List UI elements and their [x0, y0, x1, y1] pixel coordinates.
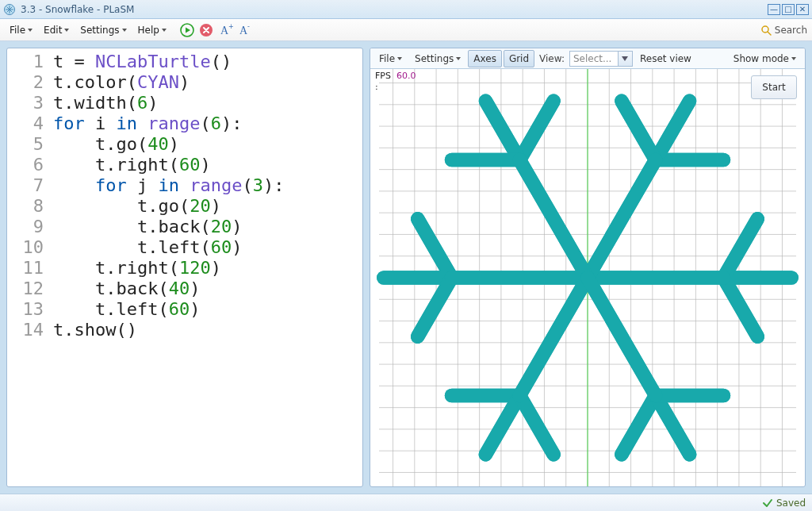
caret-down-icon — [122, 29, 127, 32]
svg-line-72 — [519, 160, 588, 278]
window-titlebar: 3.3 - Snowflake - PLaSM — □ ✕ — [0, 0, 812, 19]
svg-line-67 — [519, 101, 553, 159]
toggle-axes-label: Axes — [473, 53, 496, 64]
window-minimize-button[interactable]: — — [768, 4, 780, 15]
svg-line-8 — [768, 32, 771, 35]
window-close-button[interactable]: ✕ — [796, 4, 809, 15]
code-line[interactable]: t.color(CYAN) — [53, 72, 284, 93]
code-line[interactable]: t.right(120) — [53, 258, 284, 279]
fps-value: 60.0 — [396, 71, 416, 81]
code-line[interactable]: t.left(60) — [53, 237, 284, 258]
code-editor[interactable]: 1234567891011121314 t = NCLabTurtle()t.c… — [7, 48, 362, 344]
search-icon — [760, 25, 772, 36]
chevron-down-icon — [618, 52, 632, 66]
svg-line-96 — [588, 278, 656, 395]
menu-file[interactable]: File — [5, 21, 37, 39]
toggle-axes-button[interactable]: Axes — [468, 50, 502, 67]
code-line[interactable]: t.width(6) — [53, 93, 284, 113]
viewer-pane: File Settings Axes Grid View: Select... … — [370, 48, 806, 487]
menu-edit-label: Edit — [44, 25, 62, 36]
toggle-grid-label: Grid — [509, 53, 529, 64]
start-button[interactable]: Start — [751, 75, 797, 99]
main-menubar: File Edit Settings Help A + A - — [0, 19, 812, 41]
viewer-settings-label: Settings — [415, 53, 454, 64]
status-bar: Saved — [0, 494, 812, 511]
svg-line-69 — [485, 101, 519, 159]
menu-file-label: File — [10, 25, 25, 36]
check-icon — [762, 498, 773, 509]
app-icon — [3, 3, 16, 16]
svg-text:-: - — [247, 23, 250, 30]
svg-line-88 — [519, 278, 588, 395]
code-line[interactable]: t.right(60) — [53, 155, 284, 175]
start-button-label: Start — [762, 82, 785, 93]
view-select[interactable]: Select... — [569, 51, 633, 67]
run-button[interactable] — [178, 21, 196, 39]
menu-help-label: Help — [138, 25, 159, 36]
code-editor-pane: 1234567891011121314 t = NCLabTurtle()t.c… — [6, 48, 363, 487]
svg-line-91 — [622, 395, 656, 454]
code-line[interactable]: t.go(40) — [53, 134, 284, 155]
search-label: Search — [775, 25, 807, 36]
caret-down-icon — [456, 57, 461, 60]
svg-line-63 — [622, 101, 656, 159]
menu-settings[interactable]: Settings — [75, 21, 131, 39]
code-line[interactable]: for i in range(6): — [53, 113, 284, 134]
code-line[interactable]: t = NCLabTurtle() — [53, 52, 284, 72]
viewport-3d[interactable]: FPS 60.0 : Start — [370, 69, 805, 486]
svg-line-87 — [519, 395, 553, 454]
menu-help[interactable]: Help — [133, 21, 171, 39]
code-line[interactable]: t.back(40) — [53, 279, 284, 299]
svg-text:+: + — [228, 23, 233, 30]
code-line[interactable]: for j in range(3): — [53, 175, 284, 196]
fps-sep: : — [375, 82, 378, 92]
toggle-grid-button[interactable]: Grid — [504, 50, 534, 67]
caret-down-icon — [28, 29, 33, 32]
caret-down-icon — [64, 29, 69, 32]
svg-line-75 — [418, 219, 452, 278]
stop-button[interactable] — [197, 21, 215, 39]
code-line[interactable]: t.show() — [53, 320, 284, 340]
code-content[interactable]: t = NCLabTurtle()t.color(CYAN)t.width(6)… — [48, 52, 284, 340]
status-text: Saved — [776, 498, 806, 509]
reset-view-button[interactable]: Reset view — [634, 50, 697, 67]
svg-line-61 — [656, 101, 690, 159]
view-label: View: — [536, 53, 568, 64]
code-line[interactable]: t.go(20) — [53, 196, 284, 217]
viewport-canvas — [370, 69, 805, 486]
window-title: 3.3 - Snowflake - PLaSM — [21, 4, 766, 15]
viewer-toolbar: File Settings Axes Grid View: Select... … — [370, 48, 805, 69]
line-number-gutter: 1234567891011121314 — [7, 52, 48, 340]
window-maximize-button[interactable]: □ — [782, 4, 795, 15]
viewer-menu-settings[interactable]: Settings — [409, 50, 466, 67]
svg-line-64 — [588, 160, 656, 278]
font-increase-button[interactable]: A + — [216, 21, 234, 39]
fps-indicator: FPS 60.0 : — [375, 71, 416, 93]
show-mode-menu[interactable]: Show mode — [728, 50, 802, 67]
caret-down-icon — [162, 29, 167, 32]
font-decrease-button[interactable]: A - — [236, 21, 253, 39]
menu-settings-label: Settings — [80, 25, 119, 36]
main-split: 1234567891011121314 t = NCLabTurtle()t.c… — [0, 41, 812, 494]
reset-view-label: Reset view — [640, 53, 691, 64]
search-button[interactable]: Search — [760, 25, 807, 36]
menu-edit[interactable]: Edit — [39, 21, 74, 39]
fps-label: FPS — [375, 71, 391, 81]
caret-down-icon — [397, 57, 402, 60]
caret-down-icon — [791, 57, 796, 60]
svg-line-79 — [418, 278, 452, 336]
view-select-value: Select... — [573, 53, 611, 64]
show-mode-label: Show mode — [733, 53, 789, 64]
svg-line-55 — [723, 219, 757, 278]
code-line[interactable]: t.back(20) — [53, 217, 284, 237]
viewer-file-label: File — [379, 53, 395, 64]
viewer-menu-file[interactable]: File — [373, 50, 408, 67]
svg-line-51 — [723, 278, 757, 336]
svg-line-85 — [485, 395, 519, 454]
code-line[interactable]: t.left(60) — [53, 299, 284, 320]
svg-line-93 — [656, 395, 690, 454]
